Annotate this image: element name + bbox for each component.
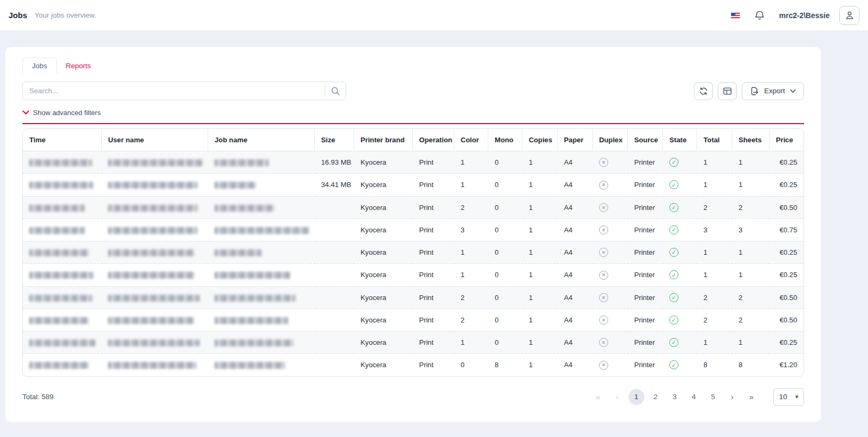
tab-jobs[interactable]: Jobs — [22, 58, 57, 74]
export-button[interactable]: Export — [742, 82, 804, 100]
state-completed-icon: ✓ — [669, 315, 678, 325]
state-completed-icon: ✓ — [669, 360, 678, 369]
column-header-size[interactable]: Size — [315, 129, 354, 151]
cell-operation: Print — [413, 286, 454, 309]
state-completed-icon: ✓ — [669, 248, 678, 257]
cell-job-name — [208, 263, 315, 286]
cell-mono: 8 — [488, 353, 522, 376]
cell-price: €0.25 — [769, 331, 804, 353]
pagination-next-button[interactable]: › — [724, 389, 740, 405]
redacted-time — [29, 227, 85, 234]
column-header-total[interactable]: Total — [697, 129, 732, 151]
search-input[interactable] — [23, 87, 325, 95]
cell-duplex: ✕ — [593, 286, 628, 309]
cell-color: 1 — [454, 263, 488, 286]
cell-job-name — [208, 309, 315, 331]
cell-printer-brand: Kyocera — [354, 196, 413, 218]
redacted-time — [29, 362, 89, 369]
column-header-price[interactable]: Price — [769, 129, 804, 151]
column-header-time[interactable]: Time — [23, 129, 102, 151]
cell-sheets: 1 — [732, 331, 769, 353]
pagination-page-5[interactable]: 5 — [705, 389, 721, 405]
cell-size — [315, 241, 354, 263]
redacted-time — [29, 272, 93, 279]
column-header-job-name[interactable]: Job name — [208, 129, 315, 151]
cell-mono: 0 — [488, 309, 522, 331]
cell-time — [23, 286, 102, 309]
column-header-paper[interactable]: Paper — [558, 129, 593, 151]
cell-operation: Print — [413, 353, 454, 376]
column-header-state[interactable]: State — [663, 129, 697, 151]
show-advanced-filters-toggle[interactable]: Show advanced filters — [22, 109, 804, 117]
filters-chevron-down-icon — [22, 110, 29, 115]
pagination-first-button[interactable]: « — [590, 389, 606, 405]
redacted-job-name — [215, 339, 293, 346]
cell-total: 2 — [697, 196, 732, 218]
cell-user-name — [102, 309, 208, 331]
cell-price: €0.25 — [769, 241, 804, 263]
page-size-select[interactable]: 10 ▾ — [773, 388, 804, 406]
column-header-copies[interactable]: Copies — [522, 129, 558, 151]
cell-total: 1 — [697, 241, 732, 263]
cell-duplex: ✕ — [593, 241, 628, 263]
redacted-job-name — [215, 295, 296, 302]
columns-settings-button[interactable] — [718, 82, 737, 100]
export-label: Export — [764, 87, 785, 95]
cell-user-name — [102, 173, 208, 196]
cell-sheets: 8 — [732, 353, 769, 376]
cell-paper: A4 — [558, 241, 593, 263]
redacted-user-name — [108, 249, 194, 256]
duplex-none-icon: ✕ — [599, 158, 608, 167]
pagination-page-4[interactable]: 4 — [686, 389, 702, 405]
cell-paper: A4 — [558, 309, 593, 331]
column-header-user-name[interactable]: User name — [102, 129, 208, 151]
cell-operation: Print — [413, 241, 454, 263]
column-header-mono[interactable]: Mono — [488, 129, 522, 151]
pagination-page-2[interactable]: 2 — [648, 389, 664, 405]
column-header-printer-brand[interactable]: Printer brand — [354, 129, 413, 151]
cell-duplex: ✕ — [593, 353, 628, 376]
user-menu-button[interactable] — [839, 6, 859, 25]
tab-reports[interactable]: Reports — [57, 58, 100, 74]
language-flag-icon[interactable] — [731, 12, 740, 19]
refresh-button[interactable] — [694, 82, 713, 100]
table-footer: Total: 589 «‹12345›» 10 ▾ — [22, 388, 804, 406]
cell-price: €0.25 — [769, 151, 804, 173]
pagination-prev-button[interactable]: ‹ — [609, 389, 625, 405]
cell-size: 34.41 MB — [315, 173, 354, 196]
cell-sheets: 1 — [732, 263, 769, 286]
cell-time — [23, 331, 102, 353]
jobs-table: TimeUser nameJob nameSizePrinter brandOp… — [22, 128, 804, 377]
cell-source: Printer — [628, 353, 663, 376]
redacted-job-name — [215, 182, 256, 189]
redacted-time — [29, 182, 93, 189]
cell-operation: Print — [413, 331, 454, 353]
duplex-none-icon: ✕ — [599, 338, 608, 347]
redacted-job-name — [215, 205, 274, 212]
cell-mono: 0 — [488, 331, 522, 353]
redacted-job-name — [215, 362, 285, 369]
table-row: KyoceraPrint101A4✕Printer✓11€0.25 — [23, 263, 804, 286]
column-header-duplex[interactable]: Duplex — [593, 129, 628, 151]
search-icon[interactable] — [325, 86, 346, 96]
column-header-operation[interactable]: Operation — [413, 129, 454, 151]
pagination-last-button[interactable]: » — [743, 389, 759, 405]
duplex-none-icon: ✕ — [599, 315, 608, 325]
redacted-job-name — [215, 317, 288, 324]
column-header-sheets[interactable]: Sheets — [732, 129, 769, 151]
redacted-time — [29, 205, 85, 212]
column-header-source[interactable]: Source — [628, 129, 663, 151]
notifications-bell-icon[interactable] — [754, 10, 765, 21]
pagination-page-3[interactable]: 3 — [667, 389, 683, 405]
cell-time — [23, 353, 102, 376]
table-row: KyoceraPrint201A4✕Printer✓22€0.50 — [23, 286, 804, 309]
cell-duplex: ✕ — [593, 263, 628, 286]
pagination-page-1[interactable]: 1 — [628, 389, 644, 405]
cell-mono: 0 — [488, 173, 522, 196]
cell-source: Printer — [628, 241, 663, 263]
cell-job-name — [208, 286, 315, 309]
column-header-color[interactable]: Color — [454, 129, 488, 151]
cell-state: ✓ — [663, 309, 697, 331]
cell-mono: 0 — [488, 286, 522, 309]
cell-color: 2 — [454, 309, 488, 331]
